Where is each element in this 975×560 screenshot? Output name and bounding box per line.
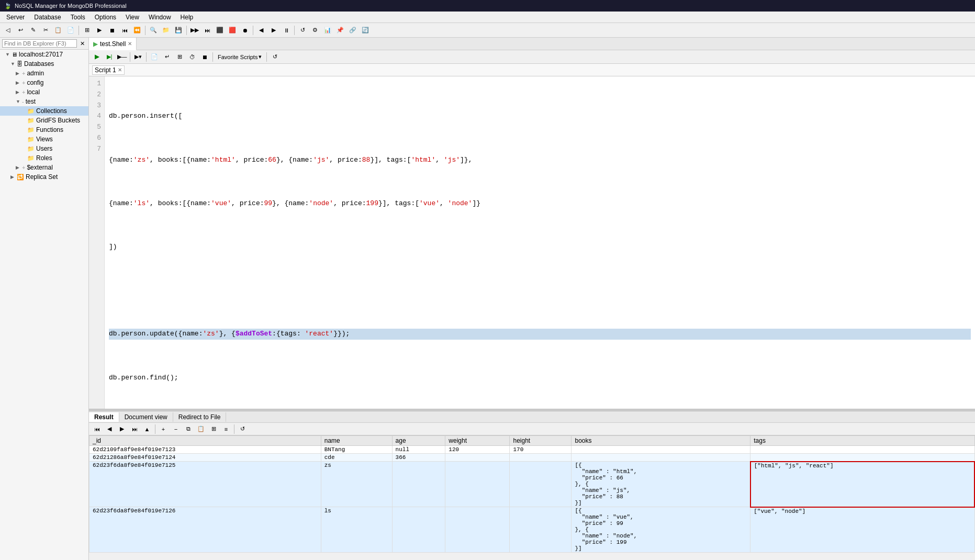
table-header-row: _id name age weight height books tags xyxy=(89,436,975,446)
sidebar-item-functions[interactable]: 📁 Functions xyxy=(0,125,88,135)
sidebar-item-local[interactable]: ▶ + local xyxy=(0,87,88,97)
menu-server[interactable]: Server xyxy=(2,13,29,22)
sidebar-item-gridfs[interactable]: 📁 GridFS Buckets xyxy=(0,116,88,125)
col-header-age: age xyxy=(392,436,445,446)
toolbar-btn-4[interactable]: ✂ xyxy=(40,25,51,36)
toolbar-btn-3[interactable]: ✎ xyxy=(27,25,39,36)
views-label: Views xyxy=(36,136,53,143)
stop-button[interactable]: ⏹ xyxy=(199,51,210,63)
code-content[interactable]: db.person.insert([ {name:'zs', books:[{n… xyxy=(105,76,975,409)
toolbar-btn-25[interactable]: 📊 xyxy=(322,25,333,36)
toolbar-btn-22[interactable]: ⏸ xyxy=(281,25,292,36)
search-input[interactable] xyxy=(2,39,77,48)
tab-close-button[interactable]: ✕ xyxy=(128,41,132,47)
menu-database[interactable]: Database xyxy=(30,13,65,22)
expand-icon-external: ▶ xyxy=(16,165,22,170)
script-1-tab[interactable]: Script 1 ✕ xyxy=(92,65,125,75)
sidebar-item-config[interactable]: ▶ + config xyxy=(0,78,88,87)
history-button[interactable]: ⏱ xyxy=(186,51,198,63)
toolbar-btn-28[interactable]: 🔄 xyxy=(360,25,371,36)
sidebar-item-connection[interactable]: ▼ 🖥 localhost:27017 xyxy=(0,50,88,59)
sidebar-item-replicaset[interactable]: ▶ 🔁 Replica Set xyxy=(0,172,88,182)
table-cell xyxy=(510,462,571,507)
result-data-table: _id name age weight height books tags 62… xyxy=(89,435,975,560)
run-button[interactable]: ▶ xyxy=(91,51,103,63)
clear-button[interactable]: 📄 xyxy=(149,51,160,63)
sidebar-item-databases[interactable]: ▼ 🗄 Databases xyxy=(0,59,88,69)
table-cell: 62d23f6da8f9e84f019e7126 xyxy=(89,507,321,553)
table-row: 62d23f6da8f9e84f019e7126ls[{ "name" : "v… xyxy=(89,507,975,553)
toolbar-btn-23[interactable]: ↺ xyxy=(297,25,308,36)
toolbar-btn-20[interactable]: ◀ xyxy=(255,25,267,36)
result-paste-button[interactable]: 📋 xyxy=(195,423,207,435)
toolbar-btn-11[interactable]: ⏪ xyxy=(131,25,143,36)
result-refresh-button[interactable]: ↺ xyxy=(237,423,248,435)
sidebar-item-roles[interactable]: 📁 Roles xyxy=(0,153,88,163)
menu-tools[interactable]: Tools xyxy=(66,13,89,22)
refresh-button[interactable]: ↺ xyxy=(269,51,281,63)
toolbar-btn-18[interactable]: 🟥 xyxy=(227,25,238,36)
toolbar-btn-14[interactable]: 💾 xyxy=(173,25,184,36)
sidebar-item-views[interactable]: 📁 Views xyxy=(0,135,88,144)
result-list-button[interactable]: ≡ xyxy=(220,423,232,435)
db-icon-local: + xyxy=(22,89,25,95)
result-prev-button[interactable]: ◀ xyxy=(104,423,115,435)
menu-help[interactable]: Help xyxy=(176,13,198,22)
toolbar-btn-8[interactable]: ▶ xyxy=(94,25,105,36)
search-close-button[interactable]: ✕ xyxy=(78,39,86,48)
toolbar-btn-16[interactable]: ⏭ xyxy=(201,25,213,36)
tab-test-shell[interactable]: ▶ test.Shell ✕ xyxy=(89,38,137,50)
result-insert-button[interactable]: + xyxy=(158,423,169,435)
toolbar-btn-19[interactable]: ⏺ xyxy=(239,25,251,36)
toolbar-btn-2[interactable]: ↩ xyxy=(15,25,26,36)
script-1-close[interactable]: ✕ xyxy=(118,67,122,73)
tab-test-shell-label: test.Shell xyxy=(100,40,126,48)
toolbar-btn-6[interactable]: 📄 xyxy=(65,25,76,36)
toolbar-btn-24[interactable]: ⚙ xyxy=(309,25,321,36)
script-tab-bar: Script 1 ✕ xyxy=(89,64,975,76)
users-icon: 📁 xyxy=(27,145,35,152)
result-first-button[interactable]: ⏮ xyxy=(91,423,103,435)
word-wrap-button[interactable]: ↵ xyxy=(161,51,173,63)
toolbar-btn-21[interactable]: ▶ xyxy=(268,25,279,36)
toolbar-sep-3 xyxy=(186,26,187,35)
result-delete-button[interactable]: − xyxy=(170,423,182,435)
result-next-button[interactable]: ▶ xyxy=(116,423,128,435)
result-tab-redirect[interactable]: Redirect to File xyxy=(173,412,227,422)
toolbar-btn-26[interactable]: 📌 xyxy=(334,25,346,36)
format-button[interactable]: ⊞ xyxy=(174,51,185,63)
fav-dropdown-button[interactable]: Favorite Scripts ▾ xyxy=(215,51,264,63)
result-tab-result[interactable]: Result xyxy=(89,412,119,422)
menu-view[interactable]: View xyxy=(121,13,143,22)
menu-options[interactable]: Options xyxy=(91,13,120,22)
code-line-6: db.person.update({name:'zs'}, {$addToSet… xyxy=(109,329,971,340)
toolbar-btn-9[interactable]: ⏹ xyxy=(106,25,118,36)
sidebar-item-users[interactable]: 📁 Users xyxy=(0,144,88,153)
result-copy-button[interactable]: ⧉ xyxy=(183,423,194,435)
run-selected-button[interactable]: ▶| xyxy=(104,51,115,63)
code-editor[interactable]: 1 2 3 4 5 6 7 db.person.insert([ {name:'… xyxy=(89,76,975,409)
result-up-button[interactable]: ▲ xyxy=(141,423,153,435)
sidebar-item-collections[interactable]: 📁 Collections xyxy=(0,106,88,116)
result-grid-button[interactable]: ⊞ xyxy=(208,423,219,435)
toolbar-btn-15[interactable]: ▶▶ xyxy=(189,25,200,36)
table-cell xyxy=(750,454,974,462)
sidebar-item-test[interactable]: ▼ - test xyxy=(0,97,88,106)
toolbar-btn-12[interactable]: 🔍 xyxy=(148,25,159,36)
menu-window[interactable]: Window xyxy=(144,13,175,22)
toolbar-btn-7[interactable]: ⊞ xyxy=(81,25,93,36)
toolbar-btn-1[interactable]: ◁ xyxy=(2,25,14,36)
toolbar-btn-27[interactable]: 🔗 xyxy=(347,25,358,36)
sidebar-item-external[interactable]: ▶ + $external xyxy=(0,163,88,172)
toolbar-btn-10[interactable]: ⏮ xyxy=(119,25,130,36)
db-icon-admin: + xyxy=(22,70,25,76)
run-dropdown-button[interactable]: ▶▾ xyxy=(132,51,144,63)
result-tab-document[interactable]: Document view xyxy=(119,412,173,422)
toolbar-btn-13[interactable]: 📁 xyxy=(160,25,172,36)
toolbar-btn-17[interactable]: ⬛ xyxy=(214,25,226,36)
sidebar-item-admin[interactable]: ▶ + admin xyxy=(0,69,88,78)
toolbar-btn-5[interactable]: 📋 xyxy=(52,25,64,36)
run-line-button[interactable]: ▶― xyxy=(116,51,128,63)
result-last-button[interactable]: ⏭ xyxy=(129,423,140,435)
main-area: ✕ ▼ 🖥 localhost:27017 ▼ 🗄 Databases ▶ + … xyxy=(0,38,975,560)
